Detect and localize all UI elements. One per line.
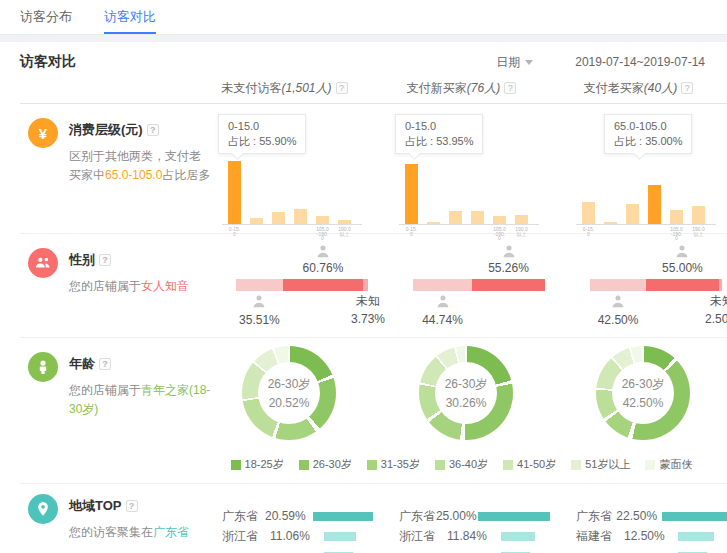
bar-4 — [670, 210, 683, 224]
region-name: 浙江省 — [399, 528, 447, 545]
female-segment — [472, 279, 545, 291]
legend-item-4[interactable]: 41-50岁 — [503, 457, 556, 472]
donut-center-value: 30.26% — [446, 396, 487, 410]
legend-label: 51岁以上 — [585, 457, 630, 472]
legend-swatch — [367, 460, 377, 470]
column-header-unpaid-visitors: 未支付访客(1,501人)? — [196, 80, 373, 97]
date-range-value[interactable]: 2019-07-14~2019-07-14 — [575, 55, 705, 69]
age-donut: 26-30岁42.50% — [596, 346, 690, 440]
gender-bar — [413, 279, 545, 291]
bar-0 — [405, 164, 418, 224]
visitor-comparison-panel: 访客对比 日期 2019-07-14~2019-07-14 未支付访客(1,50… — [0, 42, 727, 553]
region-row: 广东省22.50% — [550, 506, 727, 526]
region-row: 广东省25.00% — [373, 506, 550, 526]
region-name: 浙江省 — [222, 528, 270, 545]
donut-center-label: 26-30岁30.26% — [435, 362, 497, 424]
male-percent: 35.51% — [239, 313, 280, 327]
legend-label: 26-30岁 — [313, 457, 352, 472]
region-bar — [662, 512, 727, 521]
tooltip-range: 0-15.0 — [405, 119, 473, 134]
region-row: 福建省12.50% — [550, 526, 727, 546]
male-segment — [413, 279, 472, 291]
gender-bar — [236, 279, 368, 291]
female-percent: 55.26% — [488, 261, 529, 275]
region-row-label: 地域TOP? 您的访客聚集在广东省 — [20, 484, 196, 553]
age-donut: 26-30岁20.52% — [242, 346, 336, 440]
male-segment — [590, 279, 646, 291]
bar-2 — [449, 211, 462, 224]
help-icon[interactable]: ? — [336, 82, 348, 94]
bar-2 — [272, 212, 285, 224]
region-percent: 11.84% — [447, 529, 501, 543]
unknown-segment — [719, 279, 722, 291]
bar-5 — [515, 215, 528, 224]
tooltip-range: 65.0-105.0 — [614, 119, 682, 134]
legend-label: 蒙面侠 — [659, 457, 692, 472]
location-pin-icon — [28, 494, 58, 524]
bar-chart — [576, 159, 716, 225]
tab-visitor-comparison[interactable]: 访客对比 — [104, 0, 156, 34]
help-icon[interactable]: ? — [99, 254, 111, 266]
gender-chart-unpaid: 60.76%35.51%未知3.73% — [196, 234, 373, 337]
tooltip-share: 占比 : 35.00% — [614, 134, 682, 149]
bar-1 — [604, 222, 617, 224]
consume-row-label: ¥ 消费层级(元)? 区别于其他两类，支付老买家中65.0-105.0占比居多 — [20, 104, 196, 241]
legend-swatch — [299, 460, 309, 470]
region-bar — [478, 512, 551, 521]
gender-bar — [590, 279, 722, 291]
legend-item-5[interactable]: 51岁以上 — [571, 457, 630, 472]
region-bar — [501, 532, 535, 541]
person-icon — [28, 352, 58, 382]
section-consume-level: ¥ 消费层级(元)? 区别于其他两类，支付老买家中65.0-105.0占比居多 … — [20, 104, 727, 234]
legend-item-1[interactable]: 26-30岁 — [299, 457, 352, 472]
legend-item-6[interactable]: 蒙面侠 — [645, 457, 692, 472]
bar-4 — [493, 216, 506, 224]
help-icon[interactable]: ? — [99, 358, 111, 370]
gender-chart-repeat-buyers: 55.00%42.50%未知2.50% — [550, 234, 727, 337]
bar-2 — [626, 204, 639, 224]
region-row — [550, 546, 727, 553]
age-donut: 26-30岁30.26% — [419, 346, 513, 440]
unknown-text: 未知 — [692, 292, 727, 310]
tab-visitor-distribution[interactable]: 访客分布 — [20, 0, 72, 34]
region-name: 广东省 — [576, 508, 616, 525]
tooltip-range: 0-15.0 — [228, 119, 296, 134]
donut-center-value: 20.52% — [269, 396, 310, 410]
legend-label: 36-40岁 — [449, 457, 488, 472]
region-percent: 25.00% — [436, 509, 478, 523]
bar-tooltip: 65.0-105.0占比 : 35.00% — [604, 114, 692, 154]
legend-swatch — [571, 460, 581, 470]
female-percent: 55.00% — [662, 261, 703, 275]
date-filter: 日期 2019-07-14~2019-07-14 — [496, 54, 705, 71]
help-icon[interactable]: ? — [147, 124, 159, 136]
region-name: 广东省 — [399, 508, 436, 525]
tooltip-share: 占比 : 55.90% — [228, 134, 296, 149]
bar-3 — [471, 211, 484, 224]
region-chart-repeat-buyers: 广东省22.50%福建省12.50% — [550, 484, 727, 553]
date-filter-label[interactable]: 日期 — [496, 54, 520, 71]
legend-item-0[interactable]: 18-25岁 — [231, 457, 284, 472]
consume-chart-repeat-buyers: 65.0-105.0占比 : 35.00%0-15.0105.0-190.019… — [550, 104, 727, 241]
legend-item-2[interactable]: 31-35岁 — [367, 457, 420, 472]
chevron-down-icon[interactable] — [525, 60, 533, 65]
region-percent: 20.59% — [265, 509, 313, 523]
donut-center-label: 26-30岁42.50% — [612, 362, 674, 424]
column-header-new-buyers: 支付新买家(76人)? — [373, 80, 550, 97]
legend-swatch — [231, 460, 241, 470]
region-bar — [324, 532, 356, 541]
column-headers: 未支付访客(1,501人)? 支付新买家(76人)? 支付老买家(40人)? — [20, 74, 727, 104]
help-icon[interactable]: ? — [681, 82, 693, 94]
consume-chart-new-buyers: 0-15.0占比 : 53.95%0-15.0105.0-190.0190.0以… — [373, 104, 550, 241]
help-icon[interactable]: ? — [504, 82, 516, 94]
gender-title: 性别? — [69, 248, 211, 269]
unknown-percent: 2.50% — [692, 310, 727, 328]
legend-item-3[interactable]: 36-40岁 — [435, 457, 488, 472]
help-icon[interactable]: ? — [126, 500, 138, 512]
age-description: 您的店铺属于青年之家(18-30岁) — [69, 381, 211, 419]
bar-3 — [648, 185, 661, 224]
consume-chart-unpaid: 0-15.0占比 : 55.90%0-15.0105.0-190.0190.0以… — [196, 104, 373, 241]
legend-swatch — [503, 460, 513, 470]
gender-chart-new-buyers: 55.26%44.74% — [373, 234, 550, 337]
region-percent: 22.50% — [616, 509, 661, 523]
donut-center-category: 26-30岁 — [445, 376, 488, 393]
